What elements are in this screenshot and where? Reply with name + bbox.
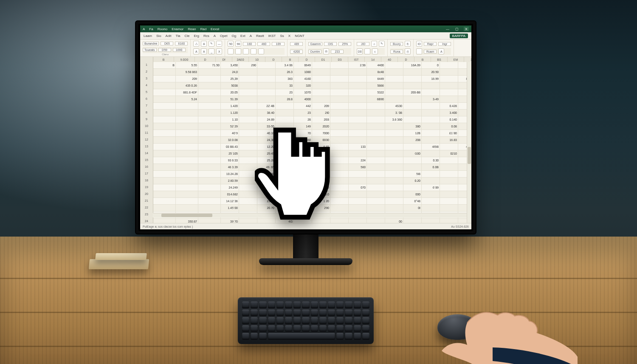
ribbon-icon[interactable] — [416, 48, 422, 54]
cell[interactable] — [349, 82, 367, 89]
cell[interactable] — [153, 89, 176, 96]
cell[interactable] — [276, 103, 294, 110]
cell[interactable]: 6 78 — [294, 150, 312, 157]
cell[interactable] — [312, 62, 330, 69]
menu-item[interactable]: A — [250, 34, 252, 38]
ribbon-icon[interactable]: ✎ — [209, 41, 214, 47]
row-number[interactable]: 16 — [140, 164, 153, 171]
cell[interactable] — [153, 103, 176, 110]
cell[interactable]: 33-55 — [257, 123, 276, 130]
cell[interactable]: 0.428 — [440, 103, 458, 110]
cell[interactable]: 5.24 — [176, 96, 198, 103]
row-number[interactable]: 9 — [140, 116, 153, 123]
ribbon-value[interactable]: 6160 — [175, 42, 188, 45]
cell[interactable] — [349, 191, 367, 198]
cell[interactable]: 000 — [294, 184, 312, 191]
ribbon-icon[interactable]: ⎌ — [372, 48, 378, 54]
cell[interactable] — [367, 157, 385, 164]
cell[interactable]: 4S30 — [385, 103, 403, 110]
cell[interactable]: 1.45´00 — [221, 205, 239, 212]
ribbon-icon[interactable]: A — [201, 41, 207, 47]
cell[interactable]: 49. 65 — [257, 164, 276, 171]
cell[interactable] — [239, 137, 257, 144]
cell[interactable] — [330, 69, 349, 76]
cell[interactable] — [239, 144, 257, 150]
cell[interactable]: 40.10 — [257, 130, 276, 137]
cell[interactable] — [422, 205, 440, 212]
cell[interactable]: 442 — [294, 103, 312, 110]
cell[interactable] — [239, 82, 257, 89]
cell[interactable] — [403, 103, 422, 110]
ribbon-icon[interactable]: △ — [193, 41, 199, 47]
menu-item[interactable]: Ext — [240, 34, 245, 38]
cell[interactable]: 2Z 4B — [257, 103, 276, 110]
title-bar[interactable]: A Fa Roono Enamor Rean Rad Eexst — ▢ X — [140, 25, 471, 32]
cell[interactable]: 133 — [349, 144, 367, 150]
cell[interactable]: 2 00 — [312, 171, 330, 178]
cell[interactable]: 40´9 — [221, 130, 239, 137]
cell[interactable] — [176, 144, 198, 150]
cell[interactable]: 2.56 — [349, 62, 367, 69]
cell[interactable]: 03 B8.43 — [221, 144, 239, 150]
cell[interactable] — [198, 164, 221, 171]
cell[interactable]: B — [153, 62, 176, 69]
cell[interactable]: 560 — [349, 164, 367, 171]
menu-item[interactable]: Cle — [185, 34, 190, 38]
cell[interactable]: 33 — [276, 82, 294, 89]
cell[interactable]: 469 — [294, 144, 312, 150]
cell[interactable] — [176, 178, 198, 184]
cell[interactable]: 14.12´36 — [221, 198, 239, 205]
cell[interactable] — [349, 89, 367, 96]
cell[interactable] — [330, 110, 349, 116]
cell[interactable] — [330, 198, 349, 205]
cell[interactable]: 1.120 — [221, 110, 239, 116]
cell[interactable] — [276, 178, 294, 184]
scrollbar-horizontal[interactable] — [153, 213, 467, 217]
cell[interactable]: 12.20 — [257, 144, 276, 150]
cell[interactable]: 5038 — [221, 82, 239, 89]
cell[interactable]: 363 — [276, 76, 294, 82]
cell[interactable] — [153, 205, 176, 212]
cell[interactable] — [198, 205, 221, 212]
cell[interactable] — [367, 110, 385, 116]
cell[interactable] — [349, 110, 367, 116]
cell[interactable] — [385, 123, 403, 130]
cell[interactable]: 16.83 — [440, 137, 458, 144]
cell[interactable]: 881.8 4DF — [176, 89, 198, 96]
cell[interactable] — [276, 184, 294, 191]
cell[interactable]: 6B90 — [367, 96, 385, 103]
cell[interactable] — [385, 191, 403, 198]
cell[interactable]: 88 — [294, 157, 312, 164]
ribbon-value[interactable]: Gaamm — [308, 42, 322, 46]
cell[interactable]: 0649 — [294, 62, 312, 69]
cell[interactable] — [330, 62, 349, 69]
maximize-button[interactable]: ▢ — [454, 27, 459, 31]
cell[interactable] — [349, 205, 367, 212]
cell[interactable]: 1 20 — [312, 198, 330, 205]
cell[interactable] — [403, 110, 422, 116]
cell[interactable] — [330, 178, 349, 184]
cell[interactable] — [198, 76, 221, 82]
cell[interactable] — [312, 76, 330, 82]
cell[interactable]: 208 — [403, 137, 422, 144]
cell[interactable]: 200-B8 — [403, 89, 422, 96]
cell[interactable]: 300 — [294, 164, 312, 171]
cell[interactable] — [239, 103, 257, 110]
cell[interactable]: 405 — [294, 171, 312, 178]
cell[interactable] — [422, 150, 440, 157]
cell[interactable]: 20.05 — [221, 89, 239, 96]
cell[interactable]: 23 — [294, 110, 312, 116]
menu-item[interactable]: A — [214, 34, 216, 38]
cell[interactable] — [385, 171, 403, 178]
cell[interactable] — [385, 144, 403, 150]
cell[interactable]: 36.,59 — [257, 191, 276, 198]
cell[interactable] — [385, 62, 403, 69]
ribbon-icon[interactable] — [364, 48, 370, 54]
ribbon-value[interactable]: 1690 — [173, 48, 186, 52]
cell[interactable]: 3.6 360 — [385, 116, 403, 123]
ribbon-value[interactable]: 109 — [272, 42, 285, 46]
share-button[interactable]: BARFPA — [450, 34, 468, 38]
cell[interactable] — [330, 130, 349, 137]
cell[interactable] — [276, 205, 294, 212]
cell[interactable] — [276, 116, 294, 123]
